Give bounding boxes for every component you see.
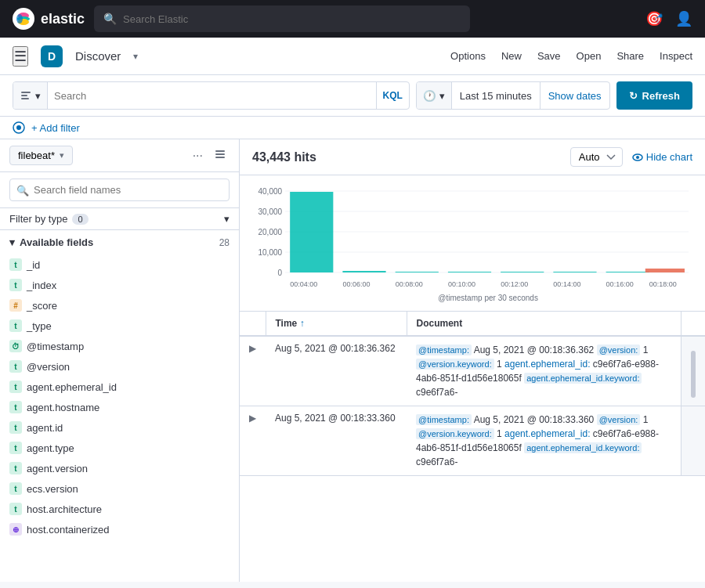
field-item[interactable]: t agent.version	[0, 458, 239, 478]
svg-text:00:18:00: 00:18:00	[649, 280, 677, 288]
svg-rect-31	[606, 272, 649, 272]
svg-rect-28	[448, 272, 491, 272]
field-name: agent.id	[27, 422, 63, 434]
index-split-button[interactable]	[211, 146, 230, 165]
fields-section: ▾ Available fields 28 t _id t _index # _…	[0, 230, 239, 582]
search-type-chevron: ▾	[35, 90, 41, 102]
show-dates-button[interactable]: Show dates	[540, 82, 609, 109]
field-search-container: 🔍	[0, 172, 239, 208]
time-cell: Aug 5, 2021 @ 00:18:33.360	[266, 406, 407, 476]
filter-options-button[interactable]	[13, 121, 25, 134]
inspect-link[interactable]: Inspect	[660, 50, 692, 62]
field-item[interactable]: t @version	[0, 356, 239, 377]
field-name: _index	[27, 280, 56, 291]
field-name: host.architecture	[27, 503, 102, 515]
global-search-bar[interactable]: 🔍	[94, 5, 470, 32]
time-cell: Aug 5, 2021 @ 00:18:36.362	[266, 336, 407, 406]
field-search-input[interactable]	[9, 179, 230, 201]
doc-field-value: 1	[643, 414, 649, 425]
svg-rect-30	[553, 272, 596, 272]
filter-type-badge: 0	[72, 214, 88, 225]
new-link[interactable]: New	[501, 50, 522, 62]
svg-point-14	[636, 156, 639, 159]
nav-links: Options New Save Open Share Inspect	[450, 50, 692, 62]
eye-icon	[632, 152, 643, 163]
field-type-badge: t	[9, 401, 22, 413]
time-sort-icon: ↑	[300, 318, 305, 329]
chart-area: 40,000 30,000 20,000 10,000 0	[240, 175, 705, 311]
interval-select[interactable]: Auto	[570, 147, 623, 167]
field-item[interactable]: t host.architecture	[0, 499, 239, 519]
field-item[interactable]: t agent.type	[0, 438, 239, 458]
field-item[interactable]: # _score	[0, 295, 239, 316]
doc-col-header: Document	[407, 312, 682, 336]
svg-text:00:16:00: 00:16:00	[606, 280, 634, 288]
field-type-badge: t	[9, 421, 22, 434]
doc-field-key: @version.keyword:	[416, 359, 494, 370]
time-range-display[interactable]: Last 15 minutes	[452, 82, 540, 109]
time-col-header[interactable]: Time ↑	[266, 312, 407, 336]
field-name: agent.ephemeral_id	[27, 381, 117, 393]
field-item[interactable]: t _type	[0, 316, 239, 336]
field-type-badge: t	[9, 482, 22, 495]
save-link[interactable]: Save	[537, 50, 561, 62]
doc-cell: @timestamp: Aug 5, 2021 @ 00:18:33.360 @…	[407, 406, 682, 476]
field-name: _score	[27, 300, 57, 312]
index-pattern-button[interactable]: filebeat* ▾	[9, 146, 73, 165]
expand-row-button[interactable]: ▶	[249, 343, 256, 354]
svg-rect-6	[21, 95, 27, 96]
field-name: _type	[27, 320, 52, 332]
time-picker: 🕐 ▾ Last 15 minutes Show dates	[416, 81, 610, 110]
field-item[interactable]: t agent.id	[0, 417, 239, 438]
refresh-button[interactable]: ↻ Refresh	[616, 81, 692, 110]
svg-rect-26	[342, 271, 385, 272]
app-chevron-icon[interactable]: ▾	[133, 51, 138, 62]
time-icon-button[interactable]: 🕐 ▾	[417, 82, 452, 109]
field-item[interactable]: t _index	[0, 275, 239, 295]
svg-text:00:08:00: 00:08:00	[396, 280, 423, 288]
open-link[interactable]: Open	[577, 50, 602, 62]
search-type-button[interactable]: ▾	[13, 82, 48, 109]
hamburger-menu[interactable]: ☰	[13, 46, 28, 67]
hits-count: 43,443 hits	[252, 150, 316, 164]
index-menu-button[interactable]: ···	[190, 146, 206, 165]
field-type-badge: ⊕	[9, 523, 22, 536]
field-item[interactable]: t agent.hostname	[0, 397, 239, 417]
field-item[interactable]: ⏱ @timestamp	[0, 336, 239, 356]
user-icon[interactable]: 👤	[675, 10, 692, 27]
filter-type-row[interactable]: Filter by type 0 ▾	[0, 208, 239, 230]
field-item[interactable]: t agent.ephemeral_id	[0, 377, 239, 397]
share-link[interactable]: Share	[616, 50, 644, 62]
global-search-input[interactable]	[123, 13, 461, 25]
filter-type-label: Filter by type 0	[9, 213, 89, 225]
field-item[interactable]: t _id	[0, 254, 239, 275]
field-type-badge: t	[9, 279, 22, 291]
add-filter-button[interactable]: + Add filter	[31, 122, 80, 134]
chart-section: 43,443 hits Auto Hide chart 40,000	[240, 139, 705, 312]
options-link[interactable]: Options	[450, 50, 486, 62]
filter-bar: + Add filter	[0, 117, 705, 139]
search-input[interactable]	[48, 90, 376, 102]
search-icon: 🔍	[103, 13, 117, 25]
elastic-logo-text: elastic	[41, 11, 85, 27]
app-name: Discover	[75, 49, 121, 63]
expand-row-button[interactable]: ▶	[249, 413, 256, 424]
field-search-icon: 🔍	[16, 184, 29, 196]
field-type-badge: t	[9, 319, 22, 332]
field-item[interactable]: t ecs.version	[0, 478, 239, 499]
field-name: agent.version	[27, 463, 88, 474]
help-icon[interactable]: 🎯	[645, 10, 663, 27]
scrollbar-cell	[682, 336, 706, 406]
field-type-badge: ⏱	[9, 340, 22, 352]
doc-field-value: 1	[497, 428, 502, 439]
hide-chart-button[interactable]: Hide chart	[632, 151, 692, 163]
doc-field-key: @version:	[597, 345, 641, 355]
svg-text:30,000: 30,000	[258, 207, 282, 216]
toolbar: ▾ KQL 🕐 ▾ Last 15 minutes Show dates ↻ R…	[0, 75, 705, 117]
kql-button[interactable]: KQL	[376, 82, 409, 109]
doc-field-value: c9e6f7a6-	[416, 387, 457, 398]
expand-col-header	[240, 312, 266, 336]
field-item[interactable]: ⊕ host.containerized	[0, 519, 239, 539]
elastic-logo: elastic	[13, 8, 85, 30]
svg-text:0: 0	[278, 269, 283, 277]
